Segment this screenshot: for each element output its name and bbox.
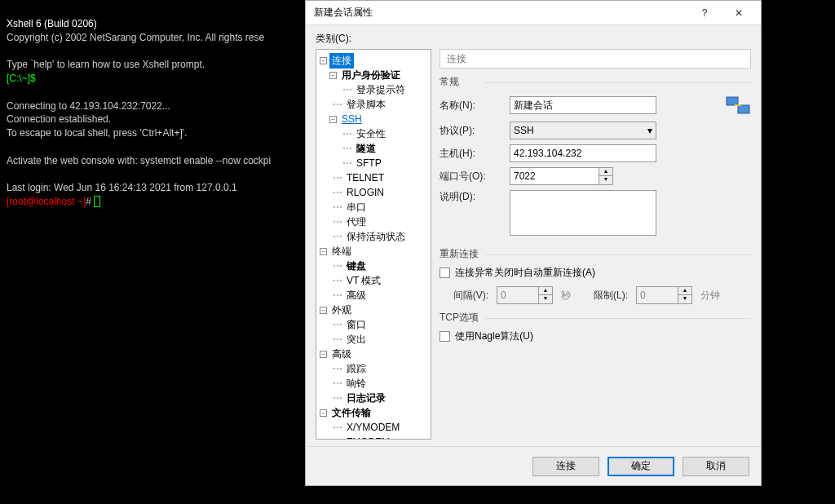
tree-window[interactable]: 窗口 <box>344 317 369 333</box>
desc-label: 说明(D): <box>440 190 503 204</box>
tree-keyboard[interactable]: 键盘 <box>344 259 369 274</box>
seconds-label: 秒 <box>561 289 571 303</box>
tree-tunnel[interactable]: 隧道 <box>354 141 378 157</box>
tree-connection[interactable]: 连接 <box>329 53 354 69</box>
tree-appearance[interactable]: 外观 <box>329 303 354 318</box>
close-icon: ✕ <box>735 7 743 19</box>
spin-up-icon: ▲ <box>539 287 552 295</box>
collapse-icon[interactable]: − <box>320 57 327 64</box>
collapse-icon[interactable]: − <box>329 116 337 123</box>
tree-vt[interactable]: VT 模式 <box>344 273 383 289</box>
pane-heading: 连接 <box>440 49 751 69</box>
name-input[interactable] <box>510 96 656 114</box>
host-input[interactable] <box>510 144 656 162</box>
terminal-help: Type `help' to learn how to use Xshell p… <box>7 59 205 70</box>
tree-serial[interactable]: 串口 <box>344 200 369 215</box>
terminal-escape: To escape to local shell, press 'Ctrl+Al… <box>7 127 187 139</box>
svg-rect-0 <box>727 97 738 105</box>
protocol-label: 协议(P): <box>440 124 503 138</box>
spin-up-icon: ▲ <box>678 287 691 295</box>
tree-terminal-adv[interactable]: 高级 <box>344 288 369 303</box>
terminal-title: Xshell 6 (Build 0206) <box>7 18 97 29</box>
minutes-label: 分钟 <box>700 289 720 303</box>
group-tcp: TCP选项 <box>440 311 751 325</box>
spin-down-icon: ▼ <box>539 295 552 303</box>
interval-stepper: ▲▼ <box>497 286 553 304</box>
category-tree[interactable]: −连接 −用户身份验证 ⋯登录提示符 ⋯登录脚本 −SSH ⋯安全性 ⋯隧道 ⋯… <box>316 49 431 440</box>
auto-reconnect-label: 连接异常关闭时自动重新连接(A) <box>455 266 595 280</box>
collapse-icon[interactable]: − <box>320 351 327 358</box>
connect-button[interactable]: 连接 <box>532 457 599 476</box>
group-reconnect: 重新连接 <box>440 247 751 261</box>
protocol-select[interactable]: SSH▾ <box>510 122 656 139</box>
tree-ssh[interactable]: SSH <box>339 113 364 126</box>
collapse-icon[interactable]: − <box>320 307 327 314</box>
description-textarea[interactable] <box>510 190 656 236</box>
tree-zmodem[interactable]: ZMODEM <box>344 435 392 440</box>
category-label: 类别(C): <box>316 32 751 46</box>
terminal-prompt[interactable]: [C:\~]$ <box>7 73 36 84</box>
tree-filetransfer[interactable]: 文件传输 <box>329 405 373 421</box>
tree-trace[interactable]: 跟踪 <box>344 361 369 377</box>
host-label: 主机(H): <box>440 147 503 161</box>
terminal-established: Connection established. <box>7 113 111 125</box>
dialog-footer: 连接 确定 取消 <box>306 446 761 485</box>
cancel-button[interactable]: 取消 <box>683 457 749 476</box>
collapse-icon[interactable]: − <box>329 72 337 79</box>
interval-label: 间隔(V): <box>440 289 488 303</box>
terminal-activate: Activate the web console with: systemctl… <box>7 155 271 166</box>
settings-pane: 连接 常规 名称(N): 协议(P): SSH▾ 主机(H): <box>440 49 751 440</box>
tree-terminal[interactable]: 终端 <box>329 244 354 259</box>
tree-log[interactable]: 日志记录 <box>344 391 388 406</box>
group-general: 常规 <box>440 75 751 89</box>
tree-auth[interactable]: 用户身份验证 <box>339 68 403 83</box>
tree-login-script[interactable]: 登录脚本 <box>344 97 388 113</box>
terminal-copyright: Copyright (c) 2002 NetSarang Computer, I… <box>7 32 264 43</box>
nagle-label: 使用Nagle算法(U) <box>455 329 533 343</box>
terminal-prompt-user: [root@localhost ~] <box>7 196 86 207</box>
collapse-icon[interactable]: − <box>320 409 327 417</box>
svg-rect-1 <box>738 105 749 113</box>
terminal-lastlogin: Last login: Wed Jun 16 16:24:13 2021 fro… <box>7 182 237 193</box>
tree-proxy[interactable]: 代理 <box>344 214 369 230</box>
tree-advanced[interactable]: 高级 <box>329 347 354 362</box>
interval-input <box>497 286 539 304</box>
terminal-cursor[interactable] <box>94 196 100 207</box>
limit-input <box>636 286 678 304</box>
close-button[interactable]: ✕ <box>722 2 756 24</box>
limit-stepper: ▲▼ <box>636 286 692 304</box>
tree-keepalive[interactable]: 保持活动状态 <box>344 229 408 245</box>
name-label: 名称(N): <box>440 99 503 113</box>
terminal-connecting: Connecting to 42.193.104.232:7022... <box>7 100 170 112</box>
tree-telnet[interactable]: TELNET <box>344 171 387 184</box>
tree-login-prompt[interactable]: 登录提示符 <box>354 82 408 98</box>
collapse-icon[interactable]: − <box>320 248 327 255</box>
connection-icon <box>725 94 751 117</box>
port-input[interactable] <box>510 167 599 185</box>
ok-button[interactable]: 确定 <box>607 457 674 476</box>
session-properties-dialog: 新建会话属性 ? ✕ 类别(C): −连接 −用户身份验证 ⋯登录提示符 ⋯登录… <box>305 0 762 486</box>
dialog-titlebar[interactable]: 新建会话属性 ? ✕ <box>306 1 761 25</box>
nagle-checkbox[interactable] <box>440 331 450 342</box>
spin-up-icon[interactable]: ▲ <box>599 168 612 176</box>
port-stepper[interactable]: ▲▼ <box>510 167 613 185</box>
tree-highlight[interactable]: 突出 <box>344 332 369 347</box>
dialog-title: 新建会话属性 <box>314 6 687 20</box>
auto-reconnect-checkbox[interactable] <box>440 267 450 278</box>
spin-down-icon: ▼ <box>678 295 691 303</box>
tree-security[interactable]: 安全性 <box>354 126 388 142</box>
tree-bell[interactable]: 响铃 <box>344 376 369 391</box>
limit-label: 限制(L): <box>579 289 628 303</box>
spin-down-icon[interactable]: ▼ <box>599 176 612 184</box>
tree-xymodem[interactable]: X/YMODEM <box>344 421 402 434</box>
chevron-down-icon: ▾ <box>647 125 652 136</box>
tree-rlogin[interactable]: RLOGIN <box>344 186 387 199</box>
port-label: 端口号(O): <box>440 170 503 183</box>
help-button[interactable]: ? <box>687 2 722 24</box>
tree-sftp[interactable]: SFTP <box>354 157 384 170</box>
